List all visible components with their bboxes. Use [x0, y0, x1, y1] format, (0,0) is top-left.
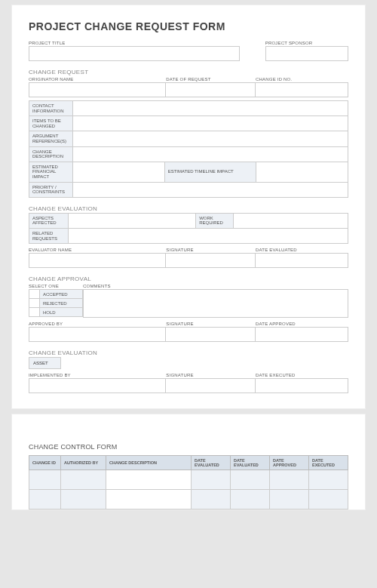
ccf-cell[interactable] [231, 490, 270, 509]
row-fin-impact-input[interactable] [73, 162, 165, 182]
change-request-heading: CHANGE REQUEST [29, 69, 348, 75]
impl-sig-label: SIGNATURE [166, 373, 256, 377]
table-row [29, 490, 348, 509]
ccf-cell[interactable] [192, 470, 231, 490]
evaluator-sig-label: SIGNATURE [166, 248, 256, 252]
ccf-cell[interactable] [270, 490, 309, 509]
evaluator-name-label: EVALUATOR NAME [29, 248, 166, 252]
ccf-cell[interactable] [29, 470, 61, 490]
rejected-checkbox[interactable] [29, 299, 40, 308]
ccf-cell[interactable] [61, 490, 106, 509]
ccf-cell[interactable] [106, 490, 192, 509]
project-change-request-form: PROJECT CHANGE REQUEST FORM PROJECT TITL… [11, 5, 366, 409]
project-header-row: PROJECT TITLE PROJECT SPONSOR [29, 40, 348, 61]
row-items-input[interactable] [73, 116, 348, 131]
change-control-form-page: CHANGE CONTROL FORM CHANGE ID AUTHORIZED… [11, 414, 366, 510]
implemented-by-input[interactable] [29, 378, 166, 393]
change-request-ids: ORIGINATOR NAME DATE OF REQUEST CHANGE I… [29, 76, 348, 97]
related-req-label: RELATED REQUESTS [29, 228, 69, 243]
originator-input[interactable] [29, 82, 166, 97]
date-approved-input[interactable] [256, 327, 348, 342]
date-evaluated-input[interactable] [256, 253, 348, 268]
row-priority-label: PRIORITY / CONSTRAINTS [29, 182, 73, 197]
row-contact-info-input[interactable] [73, 101, 348, 116]
approved-by-label: APPROVED BY [29, 322, 166, 326]
evaluator-signoff: EVALUATOR NAME SIGNATURE DATE EVALUATED [29, 247, 348, 268]
table-row [29, 470, 348, 490]
ccf-h-date-eval2: DATE EVALUATED [231, 456, 270, 470]
date-executed-input[interactable] [256, 378, 348, 393]
approval-sig-label: SIGNATURE [166, 322, 256, 326]
evaluator-name-input[interactable] [29, 253, 166, 268]
date-of-request-label: DATE OF REQUEST [166, 77, 256, 82]
date-approved-label: DATE APPROVED [256, 322, 348, 326]
originator-label: ORIGINATOR NAME [29, 77, 166, 82]
project-sponsor-input[interactable] [265, 46, 348, 61]
ccf-h-date-executed: DATE EXECUTED [309, 456, 348, 470]
change-control-table: CHANGE ID AUTHORIZED BY CHANGE DESCRIPTI… [29, 455, 348, 509]
accepted-checkbox[interactable] [29, 290, 40, 299]
comments-label: COMMENTS [83, 284, 348, 288]
row-priority-input[interactable] [73, 182, 348, 197]
ccf-h-date-approved: DATE APPROVED [270, 456, 309, 470]
ccf-cell[interactable] [61, 470, 106, 490]
project-title-label: PROJECT TITLE [29, 41, 240, 45]
row-time-impact-label: ESTIMATED TIMELINE IMPACT [164, 162, 256, 182]
work-req-input[interactable] [234, 213, 348, 228]
change-id-input[interactable] [256, 82, 348, 97]
date-of-request-input[interactable] [166, 82, 256, 97]
change-id-label: CHANGE ID NO. [256, 77, 348, 82]
approved-by-input[interactable] [29, 327, 166, 342]
work-req-label: WORK REQUIRED [196, 213, 234, 228]
evaluation-heading: CHANGE EVALUATION [29, 205, 348, 212]
ccf-h-date-eval1: DATE EVALUATED [192, 456, 231, 470]
row-time-impact-input[interactable] [256, 162, 348, 182]
ccf-cell[interactable] [29, 490, 61, 509]
approval-sig-input[interactable] [166, 327, 256, 342]
ccf-h-change-id: CHANGE ID [29, 456, 61, 470]
comments-input[interactable] [83, 289, 348, 318]
implementation-signoff: IMPLEMENTED BY SIGNATURE DATE EXECUTED [29, 372, 348, 393]
row-change-desc-label: CHANGE DESCRIPTION [29, 146, 73, 162]
ccf-cell[interactable] [192, 490, 231, 509]
ccf-h-desc: CHANGE DESCRIPTION [106, 456, 192, 470]
ccf-cell[interactable] [270, 470, 309, 490]
select-one-label: SELECT ONE [29, 284, 83, 288]
row-change-desc-input[interactable] [73, 146, 348, 162]
row-fin-impact-label: ESTIMATED FINANCIAL IMPACT [29, 162, 73, 182]
evaluation-grid: ASPECTS AFFECTED WORK REQUIRED RELATED R… [29, 213, 348, 244]
form-title: PROJECT CHANGE REQUEST FORM [29, 20, 348, 32]
approval-heading: CHANGE APPROVAL [29, 276, 348, 282]
date-executed-label: DATE EXECUTED [256, 373, 348, 377]
evaluation2-heading: CHANGE EVALUATION [29, 349, 348, 356]
row-argument-input[interactable] [73, 131, 348, 146]
approval-signoff: APPROVED BY SIGNATURE DATE APPROVED [29, 321, 348, 342]
change-request-details: CONTACT INFORMATION ITEMS TO BE CHANGED … [29, 100, 348, 198]
project-sponsor-label: PROJECT SPONSOR [265, 41, 348, 45]
aspects-input[interactable] [69, 213, 196, 228]
ccf-cell[interactable] [309, 470, 348, 490]
evaluator-sig-input[interactable] [166, 253, 256, 268]
impl-sig-input[interactable] [166, 378, 256, 393]
ccf-h-authorized: AUTHORIZED BY [61, 456, 106, 470]
implemented-by-label: IMPLEMENTED BY [29, 373, 166, 377]
ccf-cell[interactable] [231, 470, 270, 490]
row-contact-info-label: CONTACT INFORMATION [29, 101, 73, 116]
rejected-label: REJECTED [40, 299, 83, 308]
date-evaluated-label: DATE EVALUATED [256, 248, 348, 252]
ccf-cell[interactable] [309, 490, 348, 509]
ccf-cell[interactable] [106, 470, 192, 490]
approval-grid: SELECT ONE COMMENTS ACCEPTED REJECTED HO… [29, 283, 348, 318]
hold-label: HOLD [40, 308, 83, 317]
hold-checkbox[interactable] [29, 308, 40, 317]
asset-label: ASSET [29, 358, 61, 369]
row-argument-label: ARGUMENT REFERENCE(S) [29, 131, 73, 146]
row-items-label: ITEMS TO BE CHANGED [29, 116, 73, 131]
related-req-input[interactable] [69, 228, 348, 243]
project-title-input[interactable] [29, 46, 240, 61]
accepted-label: ACCEPTED [40, 290, 83, 299]
ccf-title: CHANGE CONTROL FORM [29, 443, 348, 451]
aspects-label: ASPECTS AFFECTED [29, 213, 69, 228]
